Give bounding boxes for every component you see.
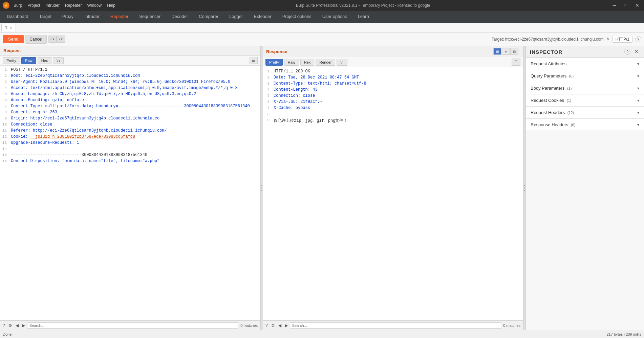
menu-window[interactable]: Window	[87, 3, 102, 8]
menu-intruder[interactable]: Intruder	[46, 3, 60, 8]
request-title: Request	[3, 48, 21, 53]
inspector-section-body-params-header[interactable]: Body Parameters (1) ▾	[526, 82, 644, 94]
req-line-5: 5 Accept-Language: zh-CN,zh;q=0.8,zh-TW;…	[0, 91, 260, 97]
http-version-selector[interactable]: HTTP/1	[613, 36, 632, 43]
view-mode-grid[interactable]: ▦	[493, 48, 501, 55]
maximize-button[interactable]: □	[622, 2, 629, 9]
response-search-settings[interactable]: ⚙	[270, 322, 276, 329]
request-search-settings[interactable]: ⚙	[7, 322, 14, 329]
tab-extender[interactable]: Extender	[249, 11, 277, 22]
response-search-help[interactable]: ?	[264, 322, 269, 329]
request-search-help[interactable]: ?	[1, 322, 6, 329]
response-search-prev[interactable]: ◀	[277, 322, 283, 329]
request-hex-btn[interactable]: Hex	[38, 57, 52, 64]
request-newline-btn[interactable]: \n	[53, 57, 63, 64]
req-line-1: 1 POST / HTTP/1.1	[0, 67, 260, 73]
cancel-button[interactable]: Cancel	[25, 35, 46, 44]
tab-comparer[interactable]: Comparer	[193, 11, 224, 22]
inspector-header-buttons: ? ✕	[624, 49, 640, 55]
inspector-section-body-params-label: Body Parameters (1)	[531, 86, 572, 91]
req-line-7: 7 Content-Type: multipart/form-data; bou…	[0, 104, 260, 110]
chevron-down-icon-5: ▾	[637, 110, 639, 115]
resp-line-6: 6 X-Via-JSL: 21f9acf,-	[263, 99, 523, 105]
view-mode-list[interactable]: ≡	[502, 48, 510, 55]
next-button[interactable]: › ▾	[57, 36, 65, 43]
menu-help[interactable]: Help	[107, 3, 115, 8]
menu-project[interactable]: Project	[27, 3, 40, 8]
response-raw-btn[interactable]: Raw	[284, 59, 299, 66]
tab-decoder[interactable]: Decoder	[166, 11, 193, 22]
request-raw-btn[interactable]: Raw	[21, 57, 36, 64]
inspector-section-request-attributes: Request Attributes ▾	[526, 58, 644, 70]
menu-burp[interactable]: Burp	[14, 3, 22, 8]
inspector-section-request-headers: Request Headers (12) ▾	[526, 107, 644, 119]
view-mode-compact[interactable]: ⊟	[510, 48, 518, 55]
inspector-section-query-params-header[interactable]: Query Parameters (0) ▾	[526, 70, 644, 82]
resp-line-7: 7 X-Cache: bypass	[263, 105, 523, 111]
tab-learn[interactable]: Learn	[352, 11, 374, 22]
req-line-15: 15 -----------------------------30008044…	[0, 152, 260, 158]
request-panel-header: Request	[0, 46, 260, 55]
resp-line-5: 5 Connection: close	[263, 93, 523, 99]
nav-tabs: Dashboard Target Proxy Intruder Repeater…	[0, 11, 644, 23]
response-newline-btn[interactable]: \n	[337, 59, 347, 66]
request-menu-btn[interactable]: ☰	[249, 57, 258, 64]
response-search-next[interactable]: ▶	[283, 322, 289, 329]
tab-target[interactable]: Target	[34, 11, 57, 22]
send-button[interactable]: Send	[3, 35, 24, 43]
response-view-toolbar: Pretty Raw Hex Render \n ☰	[263, 57, 523, 67]
response-search-bar: ? ⚙ ◀ ▶ 0 matches	[263, 320, 523, 330]
response-pretty-btn[interactable]: Pretty	[265, 59, 283, 66]
chevron-down-icon-3: ▾	[637, 86, 639, 91]
close-tab-icon[interactable]: ×	[10, 25, 12, 30]
inspector-help-icon[interactable]: ?	[624, 49, 630, 55]
tab-proxy[interactable]: Proxy	[57, 11, 79, 22]
tab-logger[interactable]: Logger	[224, 11, 248, 22]
resp-line-2: 2 Date: Tue, 28 Dec 2021 08:47:54 GMT	[263, 75, 523, 81]
request-search-prev[interactable]: ◀	[14, 322, 20, 329]
close-button[interactable]: ✕	[633, 2, 641, 9]
inspector-panel: INSPECTOR ? ✕ Request Attributes ▾ Query…	[525, 46, 644, 330]
response-content[interactable]: 1 HTTP/1.1 200 OK 2 Date: Tue, 28 Dec 20…	[263, 67, 523, 320]
response-hex-btn[interactable]: Hex	[300, 59, 315, 66]
inspector-section-body-params: Body Parameters (1) ▾	[526, 82, 644, 94]
inspector-section-request-headers-label: Request Headers (12)	[531, 110, 574, 115]
inspector-section-response-headers-header[interactable]: Response Headers (6) ▾	[526, 119, 644, 131]
response-render-btn[interactable]: Render	[316, 59, 335, 66]
req-line-11: 11 Referer: http://eci-2ze67qtlcsarn3yjt…	[0, 128, 260, 134]
window-controls: ─ □ ✕	[611, 2, 641, 9]
request-content[interactable]: 1 POST / HTTP/1.1 2 Host: eci-2ze67qtlcs…	[0, 66, 260, 320]
menu-repeater[interactable]: Repeater	[65, 3, 82, 8]
tab-project-options[interactable]: Project options	[277, 11, 317, 22]
status-bar: Done 217 bytes | 209 millis	[0, 330, 644, 338]
req-line-4: 4 Accept: text/html,application/xhtml+xm…	[0, 85, 260, 91]
response-panel: Response ▦ ≡ ⊟ Pretty Raw Hex Render \n …	[263, 46, 523, 330]
request-search-input[interactable]	[27, 322, 239, 329]
tab-dashboard[interactable]: Dashboard	[1, 11, 34, 22]
req-line-16: 16 Content-Disposition: form-data; name=…	[0, 158, 260, 164]
inspector-section-query-params: Query Parameters (0) ▾	[526, 70, 644, 82]
repeater-tab-more[interactable]: ...	[17, 24, 25, 31]
response-menu-btn[interactable]: ☰	[512, 59, 520, 66]
resp-line-8: 8	[263, 111, 523, 117]
tab-intruder[interactable]: Intruder	[79, 11, 105, 22]
tab-user-options[interactable]: User options	[317, 11, 352, 22]
app-logo: ⚡	[3, 2, 9, 9]
req-line-9: 9 Origin: http://eci-2ze67qtlcsarn3yjtq4…	[0, 116, 260, 122]
response-search-input[interactable]	[290, 322, 501, 329]
inspector-section-request-headers-header[interactable]: Request Headers (12) ▾	[526, 107, 644, 118]
edit-target-icon[interactable]: ✎	[606, 37, 610, 42]
tab-sequencer[interactable]: Sequencer	[134, 11, 166, 22]
repeater-tab-1[interactable]: 1 ×	[1, 24, 16, 31]
status-text: Done	[3, 332, 12, 336]
chevron-down-icon-2: ▾	[637, 74, 639, 78]
toolbar-help-icon[interactable]: ?	[635, 36, 641, 42]
inspector-section-request-cookies-header[interactable]: Request Cookies (1) ▾	[526, 94, 644, 106]
request-search-next[interactable]: ▶	[21, 322, 26, 329]
request-pretty-btn[interactable]: Pretty	[3, 57, 20, 64]
prev-button[interactable]: ‹ ▾	[48, 36, 57, 43]
inspector-section-request-attributes-header[interactable]: Request Attributes ▾	[526, 58, 644, 70]
tab-repeater[interactable]: Repeater	[105, 11, 134, 22]
minimize-button[interactable]: ─	[611, 2, 618, 9]
inspector-close-icon[interactable]: ✕	[633, 49, 640, 55]
